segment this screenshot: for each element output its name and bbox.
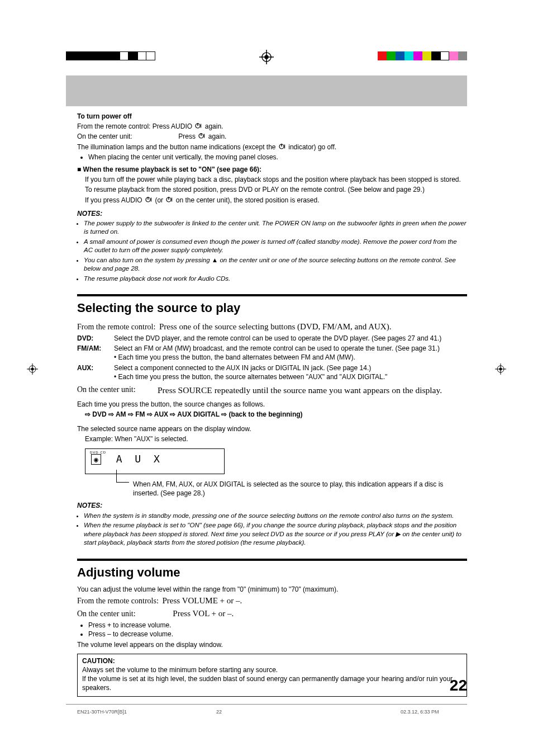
print-crop-marks-left: [66, 51, 155, 60]
page-root: To turn power off From the remote contro…: [0, 0, 533, 756]
header-band: [66, 75, 467, 106]
text: indicator) go off.: [288, 143, 336, 151]
list-item: The resume playback dose not work for Au…: [84, 275, 467, 284]
aux-display-panel: DVD CD ◉ A U X: [85, 448, 225, 474]
text: Press SOURCE repeatedly until the source…: [158, 385, 467, 396]
notes-label: NOTES:: [77, 209, 467, 218]
registration-mark-left-icon: [27, 363, 38, 375]
resume-playback-heading: ■ When the resume playback is set to "ON…: [77, 165, 467, 174]
list-item: A small amount of power is consumed even…: [84, 238, 467, 255]
list-item: When placing the center unit vertically,…: [88, 153, 467, 162]
source-val-fmam: Select an FM or AM (MW) broadcast, and t…: [114, 344, 467, 362]
selecting-unit-line: On the center unit: Press SOURCE repeate…: [77, 385, 467, 396]
text: On the center unit:: [77, 609, 171, 620]
source-key-aux: AUX:: [77, 363, 110, 381]
volume-unit-line: On the center unit: Press VOL + or –.: [77, 608, 467, 620]
text: On the center unit:: [77, 132, 177, 141]
aux-display-text: A U X: [116, 453, 163, 465]
turn-off-line-unit: On the center unit: Press again.: [77, 132, 467, 141]
text: • Each time you press the button, the ba…: [114, 353, 355, 361]
text: From the remote control: Press AUDIO: [77, 122, 194, 130]
source-key-dvd: DVD:: [77, 334, 110, 343]
source-key-fmam: FM/AM:: [77, 344, 110, 362]
text: Select a component connected to the AUX …: [114, 364, 371, 372]
text: The illumination lamps and the button na…: [77, 143, 278, 151]
text: • Each time you press the button, the so…: [114, 373, 387, 381]
list-item: The power supply to the subwoofer is lin…: [84, 219, 467, 237]
turn-off-line-3: The illumination lamps and the button na…: [77, 143, 467, 152]
footer-file: EN21-30TH-V70R[B]1: [77, 709, 127, 715]
power-standby-icon: [195, 122, 202, 129]
text: Press one of the source selecting button…: [159, 322, 391, 331]
source-val-aux: Select a component connected to the AUX …: [114, 363, 467, 381]
aux-display-wrap: DVD CD ◉ A U X When AM, FM, AUX, or AUX …: [77, 445, 467, 498]
power-standby-icon: [166, 196, 173, 203]
notes-list-1: The power supply to the subwoofer is lin…: [77, 219, 467, 284]
footer-timestamp: 02.3.12, 6:33 PM: [401, 709, 439, 715]
source-val-dvd: Select the DVD player, and the remote co…: [114, 334, 467, 343]
section-divider: [77, 294, 467, 296]
content-column: To turn power off From the remote contro…: [77, 112, 467, 697]
turn-off-line-remote: From the remote control: Press AUDIO aga…: [77, 122, 467, 131]
aux-display-description: When AM, FM, AUX, or AUX DIGITAL is sele…: [133, 480, 467, 498]
text: The selected source name appears on the …: [77, 424, 467, 433]
text: From the remote control:: [77, 322, 155, 333]
list-item: When the system is in standby mode, pres…: [84, 512, 467, 521]
text: If you press AUDIO (or on the center uni…: [85, 196, 467, 205]
text: on the center unit), the stored position…: [176, 196, 320, 204]
text: The volume level appears on the display …: [77, 640, 467, 649]
volume-bullets: Press + to increase volume. Press – to d…: [85, 621, 467, 639]
text: Each time you press the button, the sour…: [77, 400, 467, 409]
caution-line-1: Always set the volume to the minimum bef…: [82, 665, 462, 674]
text: To resume playback from the stored posit…: [85, 185, 467, 194]
list-item: Press – to decrease volume.: [88, 630, 467, 639]
source-cycle: ⇨ DVD ⇨ AM ⇨ FM ⇨ AUX ⇨ AUX DIGITAL ⇨ (b…: [77, 410, 467, 419]
footer-meta: EN21-30TH-V70R[B]1 22 02.3.12, 6:33 PM: [77, 709, 467, 715]
section-title-volume: Adjusting volume: [77, 564, 467, 581]
text: When the resume playback is set to "ON" …: [83, 166, 261, 173]
text: If you turn off the power while playing …: [85, 175, 467, 184]
caution-box: CAUTION: Always set the volume to the mi…: [77, 654, 467, 697]
turn-power-off-heading: To turn power off: [77, 112, 467, 121]
text: Example: When "AUX" is selected.: [77, 434, 467, 443]
print-color-bars-right: [378, 51, 467, 60]
text: You can adjust the volume level within t…: [77, 585, 467, 594]
power-standby-icon: [279, 143, 285, 150]
section-divider: [77, 559, 467, 561]
square-bullet-icon: ■: [77, 166, 83, 173]
registration-mark-right-icon: [495, 363, 506, 375]
disc-icon: ◉: [91, 454, 101, 465]
footer-divider: [66, 704, 467, 705]
text: On the center unit:: [77, 385, 154, 396]
text: again.: [205, 122, 223, 130]
power-standby-icon: [145, 196, 152, 203]
caution-label: CAUTION:: [82, 656, 462, 665]
section-title-selecting: Selecting the source to play: [77, 300, 467, 316]
list-item: Press + to increase volume.: [88, 621, 467, 630]
text: If you press AUDIO: [85, 196, 144, 204]
registration-mark-bottom-icon: [259, 49, 274, 65]
page-number: 22: [450, 677, 467, 694]
list-item: When the resume playback is set to "ON" …: [84, 521, 467, 547]
text: Select an FM or AM (MW) broadcast, and t…: [114, 344, 440, 352]
power-standby-icon: [198, 133, 205, 139]
text: again.: [208, 133, 227, 140]
turn-off-bullets: When placing the center unit vertically,…: [85, 153, 467, 162]
text: Press: [178, 133, 197, 140]
resume-block: If you turn off the power while playing …: [77, 175, 467, 205]
volume-remote-line: From the remote controls: Press VOLUME +…: [77, 595, 467, 607]
text: Press VOL + or –.: [173, 609, 234, 618]
selecting-remote-line: From the remote control: Press one of th…: [77, 321, 467, 333]
text: From the remote controls:: [77, 596, 159, 607]
list-item: You can also turn on the system by press…: [84, 256, 467, 273]
notes-list-2: When the system is in standby mode, pres…: [77, 512, 467, 547]
caution-line-2: If the volume is set at its high level, …: [82, 674, 462, 692]
source-grid: DVD: Select the DVD player, and the remo…: [77, 334, 467, 381]
text: (or: [155, 196, 165, 204]
notes-label: NOTES:: [77, 501, 467, 510]
text: Press VOLUME + or –.: [162, 596, 242, 605]
footer-page: 22: [216, 709, 222, 715]
